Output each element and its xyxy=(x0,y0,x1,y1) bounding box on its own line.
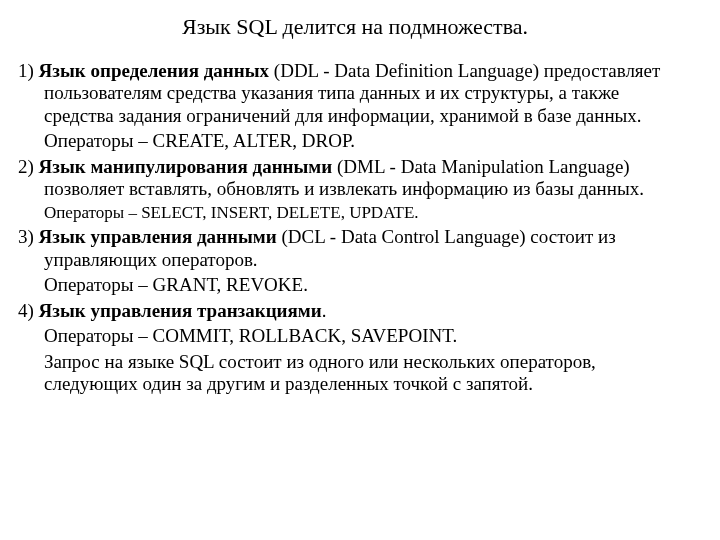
item-4-ops: Операторы – COMMIT, ROLLBACK, SAVEPOINT. xyxy=(18,325,692,347)
item-1-ops: Операторы – CREATE, ALTER, DROP. xyxy=(18,130,692,152)
item-1-num: 1) xyxy=(18,60,39,81)
item-4-num: 4) xyxy=(18,300,39,321)
item-3: 3) Язык управления данными (DCL - Data C… xyxy=(18,226,692,271)
item-3-ops: Операторы – GRANT, REVOKE. xyxy=(18,274,692,296)
item-1: 1) Язык определения данных (DDL - Data D… xyxy=(18,60,692,127)
item-4-rest: . xyxy=(322,300,327,321)
item-2: 2) Язык манипулирования данными (DML - D… xyxy=(18,156,692,201)
item-4-bold: Язык управления транзакциями xyxy=(39,300,322,321)
item-4: 4) Язык управления транзакциями. xyxy=(18,300,692,322)
item-1-bold: Язык определения данных xyxy=(39,60,270,81)
item-3-num: 3) xyxy=(18,226,39,247)
footer-text: Запрос на языке SQL состоит из одного ил… xyxy=(18,351,692,396)
item-2-num: 2) xyxy=(18,156,39,177)
item-2-bold: Язык манипулирования данными xyxy=(39,156,333,177)
item-2-ops: Операторы – SELECT, INSERT, DELETE, UPDA… xyxy=(18,203,692,223)
page-title: Язык SQL делится на подмножества. xyxy=(18,14,692,40)
item-3-bold: Язык управления данными xyxy=(39,226,277,247)
